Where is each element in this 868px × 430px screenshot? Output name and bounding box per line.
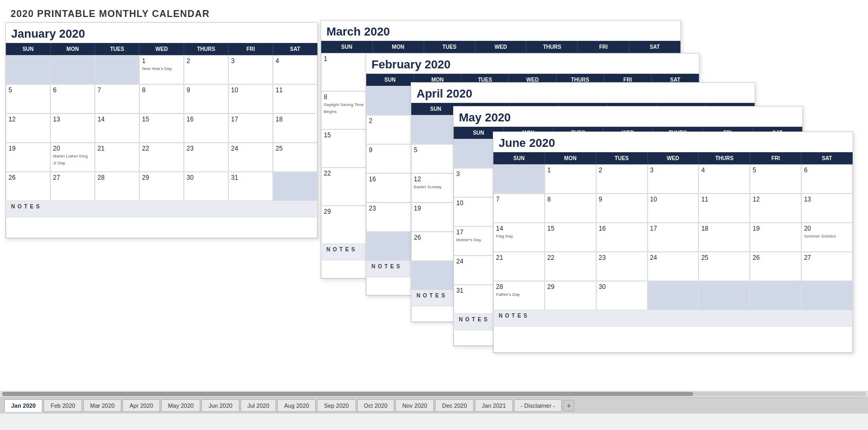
tab-nov-2020[interactable]: Nov 2020 xyxy=(395,399,434,412)
tab-dec-2020[interactable]: Dec 2020 xyxy=(435,399,474,412)
table-row: 15 xyxy=(321,129,373,168)
june-calendar: June 2020 SUN MON TUES WED THURS FRI SAT… xyxy=(493,131,853,353)
table-row: 16 xyxy=(366,173,414,203)
table-row xyxy=(750,281,801,310)
table-row xyxy=(648,281,699,310)
june-notes: N O T E S xyxy=(493,310,853,326)
scrollbar-track[interactable] xyxy=(2,392,866,396)
table-row: 22 xyxy=(321,168,373,206)
table-row: 1 xyxy=(545,164,596,194)
table-row: 11 xyxy=(698,194,750,223)
table-row: 12 xyxy=(6,113,50,143)
table-row: 1New Year's Day xyxy=(139,55,184,84)
january-grid: 1New Year's Day 2 3 4 5 6 7 8 9 10 11 12… xyxy=(6,55,317,201)
table-row: 26 xyxy=(6,172,50,201)
table-row: 9 xyxy=(184,84,228,113)
table-row: 1 xyxy=(321,53,373,91)
tab-jan-2021[interactable]: Jan 2021 xyxy=(475,399,512,412)
table-row xyxy=(50,55,95,84)
march-title: March 2020 xyxy=(321,21,680,41)
table-row: 25 xyxy=(698,252,750,281)
horizontal-scrollbar[interactable] xyxy=(0,391,868,397)
tab-jul-2020[interactable]: Jul 2020 xyxy=(241,399,277,412)
table-row: 18 xyxy=(273,113,317,143)
june-grid: 1 2 3 4 5 6 7 8 9 10 11 12 13 14Flag Day… xyxy=(493,164,853,310)
table-row: 6 xyxy=(50,84,95,113)
scrollbar-thumb[interactable] xyxy=(2,392,693,396)
table-row: 23 xyxy=(184,143,228,172)
table-row: 27 xyxy=(50,172,95,201)
tab-feb-2020[interactable]: Feb 2020 xyxy=(43,399,82,412)
tab-oct-2020[interactable]: Oct 2020 xyxy=(357,399,395,412)
table-row: 19 xyxy=(6,143,50,172)
table-row: 23 xyxy=(596,252,648,281)
table-row: 20Summer Solstice xyxy=(801,223,853,252)
tab-sep-2020[interactable]: Sep 2020 xyxy=(317,399,356,412)
add-tab-button[interactable]: + xyxy=(563,400,574,411)
table-row: 17 xyxy=(228,113,273,143)
table-row: 13 xyxy=(801,194,853,223)
table-row: 29 xyxy=(139,172,184,201)
january-title: January 2020 xyxy=(6,23,317,43)
table-row: 23 xyxy=(366,203,414,232)
table-row: 9 xyxy=(366,144,414,173)
june-title: June 2020 xyxy=(493,132,853,152)
january-header: SUN MON TUES WED THURS FRI SAT xyxy=(6,43,317,55)
tab-disclaimer[interactable]: - Disclaimer - xyxy=(514,399,562,412)
table-row xyxy=(801,281,853,310)
table-row: 8 xyxy=(545,194,596,223)
table-row xyxy=(273,172,317,201)
table-row: 8 xyxy=(139,84,184,113)
table-row xyxy=(493,164,545,194)
table-row: 10 xyxy=(648,194,699,223)
table-row xyxy=(95,55,139,84)
table-row: 29 xyxy=(321,206,373,244)
page-title: 2020 PRINTABLE MONTHLY CALENDAR xyxy=(11,8,857,20)
table-row: 28 xyxy=(95,172,139,201)
tab-may-2020[interactable]: May 2020 xyxy=(161,399,200,412)
table-row xyxy=(366,232,414,261)
table-row: 24 xyxy=(228,143,273,172)
tab-apr-2020[interactable]: Apr 2020 xyxy=(122,399,160,412)
table-row: 7 xyxy=(95,84,139,113)
may-title: May 2020 xyxy=(454,107,802,127)
table-row: 20Martin Luther King Jr Day xyxy=(50,143,95,172)
tab-mar-2020[interactable]: Mar 2020 xyxy=(83,399,121,412)
april-title: April 2020 xyxy=(411,83,755,103)
table-row: 4 xyxy=(698,164,750,194)
table-row: 11 xyxy=(273,84,317,113)
tab-jun-2020[interactable]: Jun 2020 xyxy=(201,399,239,412)
january-calendar: January 2020 SUN MON TUES WED THURS FRI … xyxy=(5,22,318,239)
table-row: 7 xyxy=(493,194,545,223)
table-row: 5 xyxy=(750,164,801,194)
june-header: SUN MON TUES WED THURS FRI SAT xyxy=(493,152,853,164)
table-row: 26 xyxy=(750,252,801,281)
tab-bar: Jan 2020 Feb 2020 Mar 2020 Apr 2020 May … xyxy=(0,397,868,414)
table-row: 5 xyxy=(6,84,50,113)
main-container: 2020 PRINTABLE MONTHLY CALENDAR January … xyxy=(0,0,868,414)
tab-jan-2020[interactable]: Jan 2020 xyxy=(4,399,42,412)
table-row: 18 xyxy=(698,223,750,252)
table-row: 15 xyxy=(545,223,596,252)
table-row: 9 xyxy=(596,194,648,223)
table-row: 22 xyxy=(139,143,184,172)
table-row: 17 xyxy=(648,223,699,252)
table-row: 30 xyxy=(596,281,648,310)
table-row xyxy=(366,86,414,115)
table-row: 2 xyxy=(366,115,414,144)
january-notes: N O T E S xyxy=(6,201,317,217)
table-row: 2 xyxy=(184,55,228,84)
table-row: 12 xyxy=(750,194,801,223)
table-row: 10 xyxy=(228,84,273,113)
table-row: 2 xyxy=(596,164,648,194)
table-row: 24 xyxy=(648,252,699,281)
table-row xyxy=(698,281,750,310)
march-header: SUN MON TUES WED THURS FRI SAT xyxy=(321,41,680,53)
table-row: 28Father's Day xyxy=(493,281,545,310)
tab-aug-2020[interactable]: Aug 2020 xyxy=(277,399,316,412)
table-row: 3 xyxy=(228,55,273,84)
table-row: 21 xyxy=(95,143,139,172)
table-row: 13 xyxy=(50,113,95,143)
table-row: 6 xyxy=(801,164,853,194)
table-row: 3 xyxy=(648,164,699,194)
